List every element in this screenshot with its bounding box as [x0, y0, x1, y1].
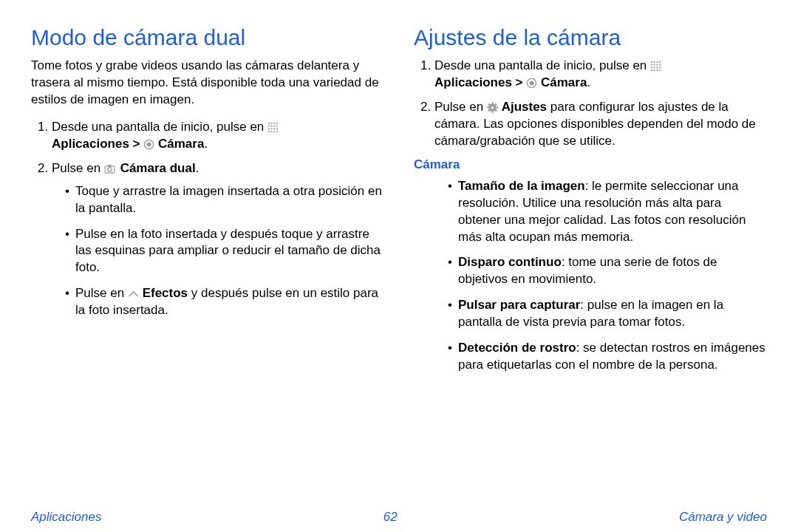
- dual-camera-label: Cámara dual: [120, 161, 196, 175]
- text: Pulse en: [434, 100, 487, 114]
- heading-camera-settings: Ajustes de la cámara: [414, 25, 767, 50]
- apps-label: Aplicaciones >: [434, 75, 526, 89]
- text: Desde una pantalla de inicio, pulse en: [52, 120, 267, 134]
- dual-camera-icon: [104, 164, 117, 174]
- footer-left: Aplicaciones: [31, 510, 101, 525]
- effects-label: Efectos: [143, 286, 188, 300]
- text: Pulse en: [52, 161, 104, 175]
- text: .: [204, 137, 208, 151]
- right-column: Ajustes de la cámara Desde una pantalla …: [414, 25, 767, 383]
- apps-label: Aplicaciones >: [52, 137, 143, 151]
- text: .: [587, 75, 590, 89]
- setting-item: Pulsar para capturar: pulse en la imagen…: [448, 297, 767, 331]
- text: .: [196, 161, 200, 175]
- section-camera: Cámara: [414, 157, 767, 172]
- bullet: Toque y arrastre la imagen insertada a o…: [65, 183, 384, 217]
- setting-name: Detección de rostro: [458, 341, 576, 355]
- intro-text: Tome fotos y grabe videos usando las cám…: [31, 58, 384, 109]
- apps-grid-icon: [267, 122, 279, 133]
- camera-lens-icon: [143, 139, 154, 150]
- setting-name: Tamaño de la imagen: [458, 179, 585, 193]
- step-1: Desde una pantalla de inicio, pulse en A…: [52, 119, 384, 153]
- camera-label: Cámara: [541, 75, 587, 89]
- heading-dual-camera: Modo de cámara dual: [31, 25, 384, 50]
- page-footer: Aplicaciones 62 Cámara y video: [0, 510, 798, 525]
- setting-name: Disparo continuo: [458, 255, 562, 269]
- camera-label: Cámara: [158, 137, 204, 151]
- setting-item: Disparo continuo: tome una serie de foto…: [448, 254, 767, 288]
- setting-name: Pulsar para capturar: [458, 298, 580, 312]
- setting-item: Detección de rostro: se detectan rostros…: [448, 340, 767, 374]
- settings-label: Ajustes: [502, 100, 547, 114]
- text: Pulse en: [75, 286, 128, 300]
- camera-lens-icon: [526, 78, 537, 89]
- footer-right: Cámara y video: [679, 510, 767, 525]
- gear-icon: [487, 102, 498, 113]
- chevron-up-icon: [128, 290, 139, 297]
- left-column: Modo de cámara dual Tome fotos y grabe v…: [31, 25, 384, 383]
- step-1: Desde una pantalla de inicio, pulse en A…: [434, 58, 767, 92]
- setting-item: Tamaño de la imagen: le permite seleccio…: [448, 178, 767, 246]
- bullet: Pulse en Efectos y después pulse en un e…: [65, 285, 384, 319]
- text: Desde una pantalla de inicio, pulse en: [434, 58, 650, 72]
- step-2: Pulse en Cámara dual. Toque y arrastre l…: [52, 160, 384, 320]
- apps-grid-icon: [650, 61, 661, 72]
- bullet: Pulse en la foto insertada y después toq…: [65, 226, 384, 277]
- step-2: Pulse en Ajustes para configurar los aju…: [434, 99, 767, 150]
- footer-page-number: 62: [383, 510, 398, 525]
